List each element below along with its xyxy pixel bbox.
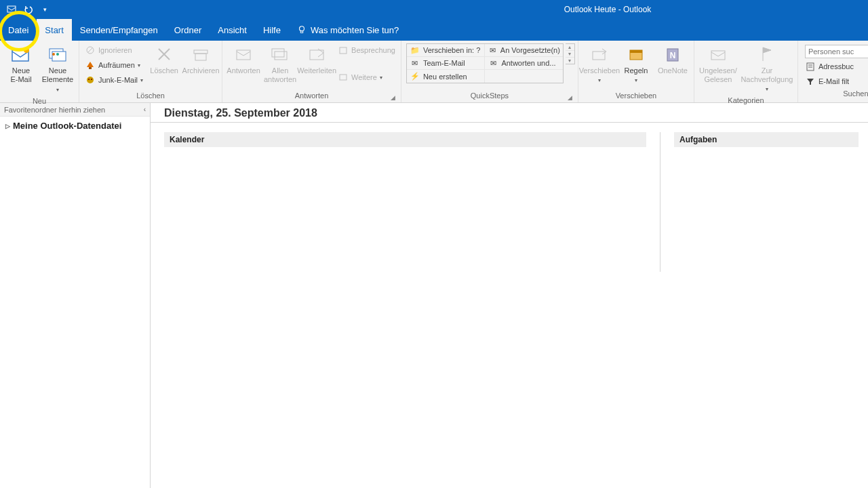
scroll-up-icon[interactable]: ▴ xyxy=(566,44,574,51)
cleanup-button[interactable]: Aufräumen▾ xyxy=(85,58,143,72)
new-items-button[interactable]: Neue Elemente ▾ xyxy=(39,42,76,96)
archive-label: Archivieren xyxy=(182,66,220,75)
junk-label: Junk-E-Mail xyxy=(98,76,138,84)
qs-empty xyxy=(485,70,563,83)
scroll-down-icon[interactable]: ▾ xyxy=(566,51,574,58)
meeting-button[interactable]: Besprechung xyxy=(338,43,395,57)
group-suchen-title: Suchen xyxy=(801,88,868,100)
unread-read-button[interactable]: Ungelesen/ Gelesen xyxy=(697,42,739,85)
archive-button[interactable]: Archivieren xyxy=(182,42,219,77)
quicksteps-scroll[interactable]: ▴ ▾ ▾ xyxy=(566,43,575,64)
create-new-icon: ⚡ xyxy=(410,71,420,82)
lightbulb-icon xyxy=(297,25,307,35)
more-button[interactable]: Weitere▾ xyxy=(338,70,395,84)
svg-rect-25 xyxy=(593,52,605,60)
data-file-label: Meine Outlook-Datendatei xyxy=(13,121,121,131)
cleanup-label: Aufräumen xyxy=(98,61,135,69)
tab-start[interactable]: Start xyxy=(37,19,71,41)
forward-button[interactable]: Weiterleiten xyxy=(298,42,335,77)
svg-rect-19 xyxy=(237,50,250,60)
tab-send-receive[interactable]: Senden/Empfangen xyxy=(72,19,166,41)
window-title: Outlook Heute - Outlook xyxy=(564,5,652,14)
navigation-pane: Favoritenordner hierhin ziehen ‹ ▷ Meine… xyxy=(0,103,151,488)
ignore-label: Ignorieren xyxy=(98,46,132,54)
data-file-node[interactable]: ▷ Meine Outlook-Datendatei xyxy=(0,117,150,135)
svg-rect-18 xyxy=(195,54,206,60)
svg-point-7 xyxy=(52,53,55,56)
followup-button[interactable]: Zur Nachverfolgung ▾ xyxy=(739,42,795,95)
tab-help-label: Hilfe xyxy=(263,25,281,35)
new-items-icon xyxy=(47,43,68,65)
rules-icon xyxy=(625,43,647,65)
reply-icon xyxy=(233,43,254,65)
filter-email-button[interactable]: E-Mail filt xyxy=(805,75,868,88)
move-label: Verschieben▾ xyxy=(579,66,620,85)
reply-all-label: Allen antworten xyxy=(264,66,296,84)
tell-me-search[interactable]: Was möchten Sie tun? xyxy=(289,19,407,41)
quick-access-toolbar: ▾ xyxy=(0,4,50,15)
svg-rect-27 xyxy=(630,50,642,53)
tab-view-label: Ansicht xyxy=(218,25,247,35)
tab-file[interactable]: Datei xyxy=(0,19,37,41)
gallery-more-icon[interactable]: ▾ xyxy=(566,58,574,64)
svg-point-8 xyxy=(56,53,59,56)
group-antworten-title: Antworten◢ xyxy=(225,90,398,102)
calendar-section-header: Kalender xyxy=(164,132,646,147)
ignore-button[interactable]: Ignorieren xyxy=(85,43,143,57)
tab-view[interactable]: Ansicht xyxy=(210,19,255,41)
svg-rect-11 xyxy=(89,67,92,69)
send-receive-icon[interactable] xyxy=(7,4,18,15)
reply-delete-icon: ✉ xyxy=(488,58,498,68)
group-neu: Neue E-Mail Neue Elemente ▾ Neu xyxy=(0,41,79,102)
new-email-button[interactable]: Neue E-Mail xyxy=(3,42,39,85)
reply-button[interactable]: Antworten xyxy=(225,42,262,77)
new-email-label: Neue E-Mail xyxy=(10,66,31,84)
qs-move-to[interactable]: 📁Verschieben in: ? xyxy=(407,44,486,56)
svg-rect-23 xyxy=(340,47,347,54)
tab-start-label: Start xyxy=(45,25,63,35)
expand-triangle-icon[interactable]: ▷ xyxy=(5,123,10,129)
junk-button[interactable]: Junk-E-Mail▾ xyxy=(85,73,143,87)
onenote-button[interactable]: N OneNote xyxy=(654,42,691,77)
move-icon xyxy=(589,43,610,65)
dialog-launcher-icon[interactable]: ◢ xyxy=(567,94,574,101)
people-search-input[interactable] xyxy=(805,45,868,58)
delete-button[interactable]: Löschen xyxy=(146,42,182,77)
title-bar: ▾ Outlook Heute - Outlook xyxy=(0,0,868,19)
tab-folder[interactable]: Ordner xyxy=(166,19,210,41)
addressbook-label: Adressbuc xyxy=(818,62,854,70)
svg-rect-21 xyxy=(272,49,284,57)
qs-reply-and[interactable]: ✉Antworten und... xyxy=(485,57,563,69)
svg-point-4 xyxy=(24,47,29,53)
svg-line-10 xyxy=(87,47,93,53)
unread-icon xyxy=(707,43,729,65)
flag-icon xyxy=(756,43,778,65)
qs-create-new[interactable]: ⚡Neu erstellen xyxy=(407,70,486,83)
group-loeschen: Ignorieren Aufräumen▾ Junk-E-Mail▾ Lösch… xyxy=(79,41,222,102)
svg-point-14 xyxy=(91,79,92,80)
group-kategorien: Ungelesen/ Gelesen Zur Nachverfolgung ▾ … xyxy=(694,41,798,102)
today-date-heading: Dienstag, 25. September 2018 xyxy=(151,103,868,123)
cleanup-icon xyxy=(85,60,96,70)
svg-rect-2 xyxy=(300,31,303,33)
chevron-left-icon[interactable]: ‹ xyxy=(144,106,146,113)
reply-all-button[interactable]: Allen antworten xyxy=(262,42,298,85)
quicksteps-gallery[interactable]: 📁Verschieben in: ? ✉An Vorgesetzte(n) ✉T… xyxy=(406,43,564,83)
content-area: Favoritenordner hierhin ziehen ‹ ▷ Meine… xyxy=(0,103,868,488)
svg-point-12 xyxy=(87,77,94,83)
group-kategorien-title: Kategorien xyxy=(697,95,795,106)
svg-rect-6 xyxy=(52,52,66,61)
dialog-launcher-icon[interactable]: ◢ xyxy=(390,94,397,101)
tab-help[interactable]: Hilfe xyxy=(255,19,289,41)
reply-label: Antworten xyxy=(226,66,260,75)
group-loeschen-title: Löschen xyxy=(82,90,219,102)
addressbook-button[interactable]: Adressbuc xyxy=(805,60,868,73)
rules-button[interactable]: Regeln▾ xyxy=(618,42,654,86)
qs-team-email[interactable]: ✉Team-E-Mail xyxy=(407,57,486,69)
qs-to-manager[interactable]: ✉An Vorgesetzte(n) xyxy=(485,44,563,56)
archive-icon xyxy=(190,43,212,65)
undo-icon[interactable] xyxy=(23,4,34,15)
qat-customize-icon[interactable]: ▾ xyxy=(39,4,50,15)
rules-label: Regeln▾ xyxy=(624,66,648,85)
move-button[interactable]: Verschieben▾ xyxy=(581,42,618,86)
